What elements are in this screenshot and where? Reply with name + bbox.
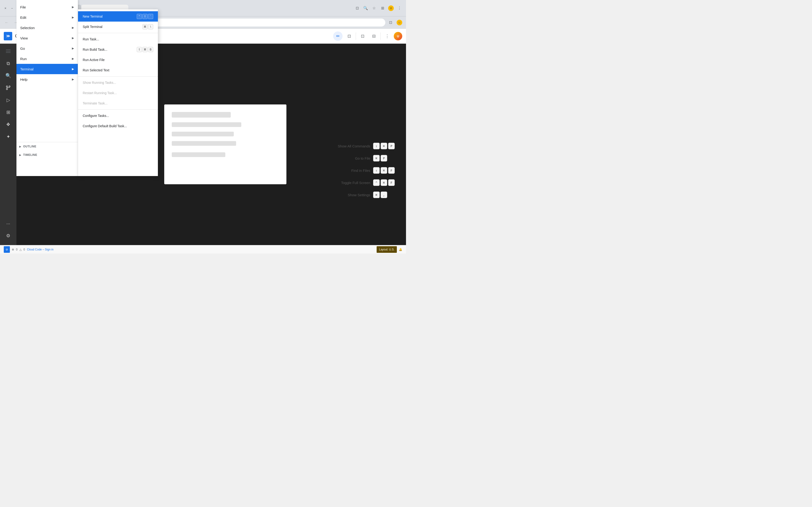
shift-key-p1: ⇧ [373, 143, 380, 149]
go-arrow-icon: ▶ [72, 47, 74, 50]
sidebar: ⧉ 🔍 ▷ ⊞ ❖ ✦ [0, 44, 16, 245]
command-hints: Show All Commands ⇧ ⌘ P Go to File ⌘ P [323, 143, 395, 198]
app-logo: ≫ [4, 32, 12, 40]
cmd-key-f: ⌘ [380, 167, 387, 174]
browser-more-btn[interactable]: ⋮ [396, 4, 403, 12]
hamburger-icon [5, 49, 11, 54]
skeleton-5 [172, 152, 225, 157]
browser-cast-page-btn[interactable]: ⊡ [387, 19, 394, 26]
skeleton-1 [172, 112, 231, 118]
submenu-show-running-tasks: Show Running Tasks... [78, 77, 158, 88]
browser-profile-small-btn[interactable]: U [396, 19, 403, 26]
more-options-button[interactable]: ⋮ [383, 32, 392, 41]
close-btn[interactable]: × [3, 6, 8, 11]
search-icon: 🔍 [5, 73, 11, 78]
submenu-configure-default-build-task[interactable]: Configure Default Build Task... [78, 121, 158, 131]
p-key-2: P [380, 155, 387, 162]
skeleton-2 [172, 122, 241, 127]
browser-profile-btn[interactable]: U [387, 4, 395, 12]
back-button[interactable]: ← [3, 19, 10, 26]
status-remote-btn[interactable]: ⊘ [4, 246, 10, 253]
submenu-run-build-task[interactable]: Run Build Task... ⇧ ⌘ B [78, 44, 158, 55]
extensions-icon: ⊞ [6, 109, 10, 115]
settings-icon: ⚙ [6, 233, 10, 238]
hint-label-go-to-file: Go to File [323, 156, 370, 160]
sidebar-icon-menu[interactable] [3, 46, 14, 57]
status-bar: ⊘ ⊗ 0 △ 0 Cloud Code – Sign in Layout: U… [0, 245, 406, 253]
browser-actions: ⊡ 🔍 ☆ ⊞ U ⋮ [353, 4, 403, 12]
hint-keys-find-files: ⇧ ⌘ F [373, 167, 395, 174]
sidebar-icon-settings[interactable]: ⚙ [3, 230, 14, 241]
browser-cast-btn[interactable]: ⊡ [353, 4, 361, 12]
sidebar-icon-search[interactable]: 🔍 [3, 70, 14, 81]
cloud-code-label[interactable]: Cloud Code – Sign in [27, 248, 53, 251]
cmd-key-p1: ⌘ [380, 143, 387, 149]
main-area: ⧉ 🔍 ▷ ⊞ ❖ ✦ [0, 44, 406, 245]
sidebar-icon-extensions[interactable]: ⊞ [3, 107, 14, 118]
browser-bookmark-btn[interactable]: ☆ [370, 4, 378, 12]
error-icon: ⊗ [12, 248, 14, 251]
layout-label[interactable]: Layout: U.S. [376, 246, 397, 253]
more-dots-icon: ··· [6, 221, 10, 226]
run-arrow-icon: ▶ [72, 57, 74, 60]
skeleton-3 [172, 132, 234, 136]
edit-icon: ✏ [336, 34, 340, 39]
menu-item-run[interactable]: Run ▶ [16, 54, 78, 64]
terminal-arrow-icon: ▶ [72, 67, 74, 71]
svg-point-2 [6, 89, 8, 90]
sidebar-icon-run-debug[interactable]: ▷ [3, 94, 14, 106]
sidebar-icon-source-control[interactable] [3, 82, 14, 94]
app-container: ≫ Cloud Shell Editor ✏ ⊡ ⊡ ⊟ ⋮ U [0, 29, 406, 253]
layout-icon: ⊟ [372, 34, 376, 39]
preview-button[interactable]: ⊡ [358, 32, 367, 41]
primary-menu: File ▶ Edit ▶ Selection ▶ View ▶ Go ▶ [16, 44, 78, 176]
terminal-button[interactable]: ⊡ [345, 32, 354, 41]
sidebar-icon-cloud[interactable]: ❖ [3, 119, 14, 130]
cmd-key-b: ⌘ [142, 47, 148, 52]
status-bar-right: Layout: U.S. 🔔 [376, 246, 402, 253]
hint-label-settings: Show Settings [323, 193, 370, 197]
user-avatar[interactable]: U [394, 32, 402, 40]
p-key-1: P [388, 143, 395, 149]
hint-toggle-fullscreen: Toggle Full Screen ^ ⌘ F [323, 179, 395, 186]
sidebar-icon-more[interactable]: ··· [3, 218, 14, 229]
files-icon: ⧉ [7, 61, 10, 66]
browser-extensions-btn[interactable]: ⊞ [379, 4, 386, 12]
skeleton-4 [172, 141, 236, 146]
minimize-btn[interactable]: − [9, 6, 14, 11]
hint-keys-fullscreen: ^ ⌘ F [373, 179, 395, 186]
outline-label: OUTLINE [23, 145, 37, 148]
menu-item-terminal[interactable]: Terminal ▶ [16, 64, 78, 74]
ctrl-key-fs: ^ [373, 179, 380, 186]
welcome-panel [164, 105, 287, 184]
sidebar-icon-files[interactable]: ⧉ [3, 58, 14, 69]
submenu-run-active-file[interactable]: Run Active File [78, 55, 158, 65]
submenu-terminate-task: Terminate Task... [78, 98, 158, 108]
submenu-divider-3 [78, 109, 158, 110]
timeline-label: TIMELINE [23, 153, 37, 157]
submenu-divider-2 [78, 76, 158, 76]
header-divider [356, 33, 356, 40]
bell-button[interactable]: 🔔 [399, 248, 402, 251]
hint-label-fullscreen: Toggle Full Screen [323, 181, 370, 185]
svg-point-1 [9, 86, 10, 87]
svg-point-0 [6, 86, 8, 87]
b-key: B [148, 47, 153, 52]
sidebar-bottom: ··· ⚙ [3, 218, 14, 243]
hint-label-find-files: Find in Files [323, 169, 370, 172]
shift-key-b: ⇧ [137, 47, 142, 52]
more-icon: ⋮ [385, 34, 389, 39]
menu-item-help[interactable]: Help ▶ [16, 74, 78, 84]
hint-go-to-file: Go to File ⌘ P [323, 155, 395, 162]
submenu-configure-tasks[interactable]: Configure Tasks... [78, 111, 158, 121]
help-arrow-icon: ▶ [72, 78, 74, 81]
menu-item-go[interactable]: Go ▶ [16, 44, 78, 54]
layout-button[interactable]: ⊟ [369, 32, 378, 41]
source-control-icon [6, 85, 11, 91]
submenu-run-selected-text[interactable]: Run Selected Text [78, 65, 158, 75]
terminal-icon: ⊡ [348, 34, 351, 39]
browser-search-btn[interactable]: 🔍 [362, 4, 369, 12]
hint-show-settings: Show Settings ⌘ , [323, 191, 395, 198]
sidebar-icon-gemini[interactable]: ✦ [3, 131, 14, 142]
edit-mode-button[interactable]: ✏ [333, 32, 343, 41]
